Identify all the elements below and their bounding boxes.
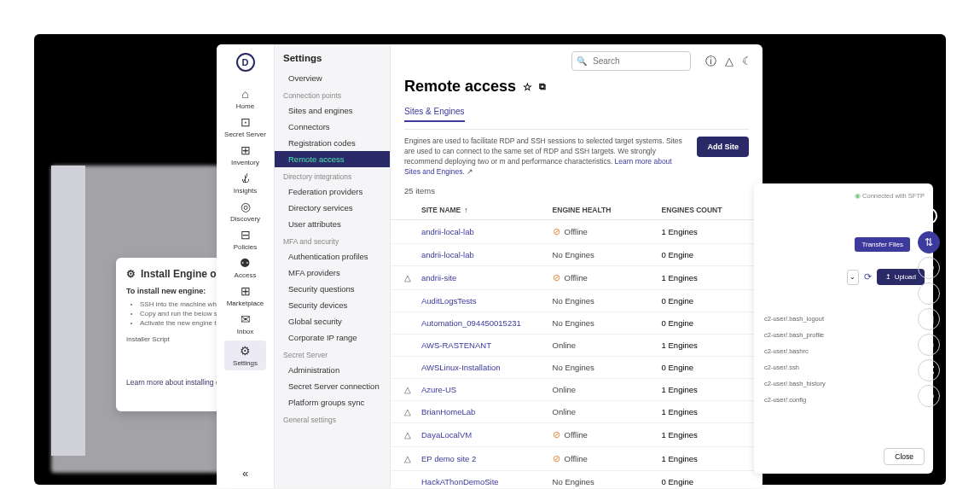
site-name-link[interactable]: AuditLogsTests bbox=[421, 296, 553, 306]
settings-security-questions[interactable]: Security questions bbox=[275, 281, 390, 297]
nav-label: Access bbox=[235, 271, 257, 279]
engine-health: No Engines bbox=[553, 250, 662, 259]
nav-icon: ⊡ bbox=[241, 115, 251, 129]
settings-icon[interactable]: ⚙ bbox=[918, 282, 940, 305]
image-icon[interactable]: ▣ bbox=[918, 308, 940, 330]
table-row[interactable]: △EP demo site 2⊘Offline1 Engines bbox=[391, 447, 763, 471]
settings-security-devices[interactable]: Security devices bbox=[275, 297, 390, 313]
notification-bell-icon[interactable]: △ bbox=[404, 385, 421, 394]
dark-mode-icon[interactable]: ☾ bbox=[742, 55, 752, 67]
table-row[interactable]: Automation_094450015231No Engines0 Engin… bbox=[391, 312, 763, 335]
nav-item-policies[interactable]: ⊟Policies bbox=[224, 228, 266, 251]
file-item[interactable]: c2-user/.ssh bbox=[763, 359, 925, 375]
tab-sites-engines[interactable]: Sites & Engines bbox=[404, 107, 465, 122]
info-icon[interactable]: ⓘ bbox=[918, 257, 940, 279]
table-row[interactable]: AWSLinux-InstallationNo Engines0 Engine bbox=[391, 357, 763, 379]
add-site-button[interactable]: Add Site bbox=[697, 137, 749, 157]
notification-bell-icon[interactable]: △ bbox=[404, 454, 421, 463]
search-input[interactable] bbox=[571, 51, 691, 71]
site-name-link[interactable]: andrii-local-lab bbox=[421, 250, 553, 259]
collapse-nav-button[interactable]: « bbox=[242, 467, 248, 480]
site-name-link[interactable]: DayaLocalVM bbox=[421, 430, 553, 440]
site-name-link[interactable]: BrianHomeLab bbox=[421, 407, 553, 416]
settings-corporate-ip-range[interactable]: Corporate IP range bbox=[275, 329, 390, 346]
column-engines-count[interactable]: Engines Count bbox=[662, 206, 749, 214]
close-button[interactable]: Close bbox=[884, 448, 925, 465]
site-name-link[interactable]: andrii-local-lab bbox=[421, 227, 553, 236]
settings-global-security[interactable]: Global security bbox=[275, 313, 390, 329]
toolbar-logo[interactable]: D bbox=[920, 207, 937, 224]
settings-remote-access[interactable]: Remote access bbox=[275, 151, 390, 167]
notification-bell-icon[interactable]: △ bbox=[404, 407, 421, 416]
table-row[interactable]: △Azure-USOnline1 Engines bbox=[391, 379, 763, 401]
clipboard-icon[interactable]: ▭ bbox=[918, 334, 940, 356]
file-item[interactable]: c2-user/.bash_profile bbox=[763, 327, 925, 343]
settings-sites-and-engines[interactable]: Sites and engines bbox=[275, 102, 390, 119]
warning-icon: ⊘ bbox=[553, 272, 560, 283]
notifications-icon[interactable]: △ bbox=[725, 55, 734, 67]
installer-script-label: Installer Script bbox=[126, 335, 170, 366]
dropdown-caret-icon[interactable]: ⌄ bbox=[847, 270, 859, 285]
help-icon[interactable]: ⓘ bbox=[705, 54, 716, 69]
settings-federation-providers[interactable]: Federation providers bbox=[275, 183, 390, 200]
site-name-link[interactable]: EP demo site 2 bbox=[421, 454, 553, 463]
table-row[interactable]: HackAThonDemoSiteNo Engines0 Engine bbox=[391, 471, 763, 488]
copy-icon[interactable]: ⧉ bbox=[539, 81, 546, 92]
settings-registration-codes[interactable]: Registration codes bbox=[275, 135, 390, 151]
nav-item-inbox[interactable]: ✉Inbox bbox=[224, 312, 266, 335]
engine-health: Online bbox=[553, 341, 662, 350]
column-engine-health[interactable]: Engine Health bbox=[553, 206, 662, 214]
app-logo[interactable]: D bbox=[236, 53, 255, 72]
favorite-icon[interactable]: ☆ bbox=[523, 81, 532, 93]
site-name-link[interactable]: HackAThonDemoSite bbox=[421, 477, 553, 486]
site-name-link[interactable]: Automation_094450015231 bbox=[421, 318, 553, 328]
settings-directory-services[interactable]: Directory services bbox=[275, 200, 390, 216]
settings-secret-server: Secret Server bbox=[275, 346, 390, 362]
nav-item-discovery[interactable]: ◎Discovery bbox=[224, 200, 266, 223]
nav-item-access[interactable]: ⚉Access bbox=[224, 256, 266, 279]
file-item[interactable]: c2-user/.bash_logout bbox=[763, 311, 925, 327]
column-site-name[interactable]: Site Name bbox=[421, 206, 553, 214]
settings-mfa-providers[interactable]: MFA providers bbox=[275, 265, 390, 281]
table-row[interactable]: △andrii-site⊘Offline1 Engines bbox=[391, 266, 763, 290]
main-application: D ⌂Home⊡Secret Server⊞Inventory⫝̸Insight… bbox=[217, 44, 763, 488]
engines-count: 1 Engines bbox=[662, 385, 749, 394]
site-name-link[interactable]: AWS-RASTENANT bbox=[421, 341, 553, 350]
settings-mfa-and-security: MFA and security bbox=[275, 232, 390, 248]
table-row[interactable]: andrii-local-lab⊘Offline1 Engines bbox=[391, 220, 763, 244]
nav-icon: ⌂ bbox=[241, 87, 248, 101]
settings-administration[interactable]: Administration bbox=[275, 362, 390, 378]
fullscreen-icon[interactable]: ⛶ bbox=[918, 359, 940, 381]
table-row[interactable]: AWS-RASTENANTOnline1 Engines bbox=[391, 335, 763, 357]
site-name-link[interactable]: AWSLinux-Installation bbox=[421, 363, 553, 372]
settings-platform-groups-sync[interactable]: Platform groups sync bbox=[275, 394, 390, 410]
power-icon[interactable]: ⏻ bbox=[918, 385, 940, 407]
settings-overview[interactable]: Overview bbox=[275, 70, 390, 86]
nav-item-secret-server[interactable]: ⊡Secret Server bbox=[224, 115, 266, 138]
notification-bell-icon[interactable]: △ bbox=[404, 273, 421, 282]
nav-item-marketplace[interactable]: ⊞Marketplace bbox=[224, 284, 266, 307]
page-title: Remote access bbox=[404, 78, 516, 96]
refresh-icon[interactable]: ⟳ bbox=[864, 271, 872, 282]
table-row[interactable]: AuditLogsTestsNo Engines0 Engine bbox=[391, 290, 763, 312]
transfer-files-icon[interactable]: ⇅ bbox=[918, 231, 940, 253]
settings-authentication-profiles[interactable]: Authentication profiles bbox=[275, 248, 390, 265]
nav-item-insights[interactable]: ⫝̸Insights bbox=[224, 172, 266, 195]
table-row[interactable]: andrii-local-labNo Engines0 Engine bbox=[391, 244, 763, 266]
settings-user-attributes[interactable]: User attributes bbox=[275, 216, 390, 232]
nav-item-inventory[interactable]: ⊞Inventory bbox=[224, 143, 266, 166]
table-row[interactable]: △DayaLocalVM⊘Offline1 Engines bbox=[391, 423, 763, 447]
file-item[interactable]: c2-user/.bash_history bbox=[763, 375, 925, 392]
nav-item-settings[interactable]: ⚙Settings bbox=[224, 341, 266, 370]
table-row[interactable]: △BrianHomeLabOnline1 Engines bbox=[391, 401, 763, 423]
side-toolbar: D ⇅ ⓘ ⚙ ▣ ▭ ⛶ ⏻ bbox=[912, 201, 946, 414]
site-name-link[interactable]: Azure-US bbox=[421, 385, 553, 394]
nav-item-home[interactable]: ⌂Home bbox=[224, 87, 266, 110]
settings-connectors[interactable]: Connectors bbox=[275, 119, 390, 135]
file-item[interactable]: c2-user/.bashrc bbox=[763, 343, 925, 359]
search-box: 🔍 bbox=[571, 51, 691, 71]
notification-bell-icon[interactable]: △ bbox=[404, 430, 421, 440]
site-name-link[interactable]: andrii-site bbox=[421, 273, 553, 282]
settings-secret-server-connection[interactable]: Secret Server connection bbox=[275, 378, 390, 394]
file-item[interactable]: c2-user/.config bbox=[763, 392, 925, 408]
